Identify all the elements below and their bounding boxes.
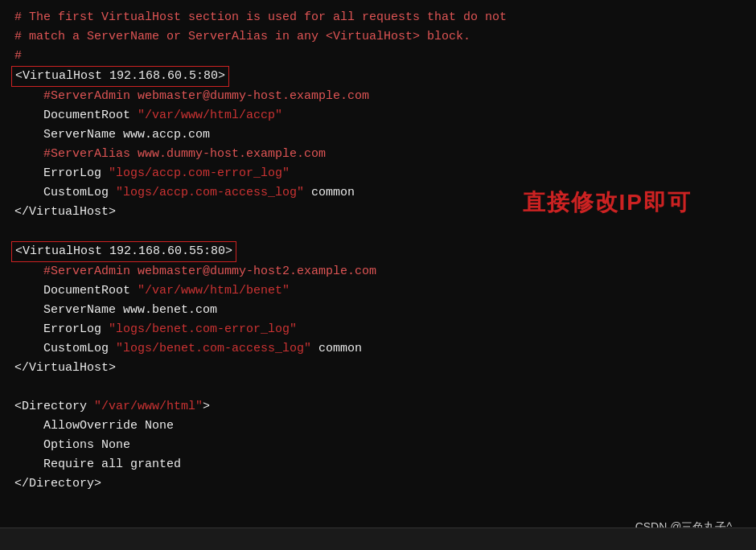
code-line-18: CustomLog "logs/benet.com-access_log" co… bbox=[14, 339, 742, 359]
vhost2-box: <VirtualHost 192.168.60.55:80> bbox=[11, 241, 236, 262]
code-line-8: #ServerAlias www.dummy-host.example.com bbox=[14, 145, 742, 164]
code-docroot1-val: "/var/www/html/accp" bbox=[138, 109, 282, 122]
code-line-22: AllowOverride None bbox=[14, 417, 742, 436]
code-dir-path: "/var/www/html" bbox=[94, 400, 203, 413]
code-line-20 bbox=[14, 378, 742, 397]
code-line-17: ErrorLog "logs/benet.com-error_log" bbox=[14, 320, 742, 339]
bottom-bar bbox=[0, 527, 756, 550]
code-options: Options None bbox=[43, 438, 130, 452]
code-customlog1-common: common bbox=[304, 186, 355, 199]
code-line-19: </VirtualHost> bbox=[14, 359, 742, 378]
code-servername1: ServerName www.accp.com bbox=[43, 128, 210, 142]
code-line-23: Options None bbox=[14, 436, 742, 455]
code-line-4: <VirtualHost 192.168.60.5:80> bbox=[14, 66, 742, 87]
code-docroot2-val: "/var/www/html/benet" bbox=[138, 284, 290, 298]
code-errorlog2-val: "logs/benet.com-error_log" bbox=[109, 322, 297, 336]
code-customlog2-val: "logs/benet.com-access_log" bbox=[116, 342, 311, 355]
code-errorlog1-label: ErrorLog bbox=[43, 166, 109, 180]
code-docroot1-label: DocumentRoot bbox=[43, 109, 138, 122]
code-line-9: ErrorLog "logs/accp.com-error_log" bbox=[14, 164, 742, 183]
code-line-5: #ServerAdmin webmaster@dummy-host.exampl… bbox=[14, 87, 742, 106]
code-serveradmin1: #ServerAdmin webmaster@dummy-host.exampl… bbox=[43, 89, 369, 103]
annotation-text: 直接修改IP即可 bbox=[523, 185, 692, 221]
code-allowoverride: AllowOverride None bbox=[43, 419, 174, 433]
code-line-7: ServerName www.accp.com bbox=[14, 125, 742, 145]
code-line-2: # match a ServerName or ServerAlias in a… bbox=[14, 27, 742, 47]
code-serveradmin2: #ServerAdmin webmaster@dummy-host2.examp… bbox=[43, 265, 376, 278]
code-customlog1-val: "logs/accp.com-access_log" bbox=[116, 186, 304, 199]
code-line-3: # bbox=[14, 47, 742, 66]
code-container: # The first VirtualHost section is used … bbox=[0, 0, 756, 502]
code-dir-close-bracket: > bbox=[203, 400, 210, 413]
code-servername2: ServerName www.benet.com bbox=[43, 303, 217, 317]
code-serveralias1: #ServerAlias www.dummy-host.example.com bbox=[43, 147, 326, 161]
code-line-15: DocumentRoot "/var/www/html/benet" bbox=[14, 281, 742, 301]
code-errorlog2-label: ErrorLog bbox=[43, 322, 109, 336]
code-line-24: Require all granted bbox=[14, 455, 742, 474]
vhost1-box: <VirtualHost 192.168.60.5:80> bbox=[11, 66, 229, 87]
code-customlog2-label: CustomLog bbox=[43, 342, 116, 355]
code-dir-open: <Directory bbox=[14, 400, 94, 413]
code-line-12 bbox=[14, 222, 742, 241]
code-errorlog1-val: "logs/accp.com-error_log" bbox=[109, 166, 290, 180]
code-line-25: </Directory> bbox=[14, 474, 742, 494]
code-require: Require all granted bbox=[43, 458, 181, 471]
code-line-21: <Directory "/var/www/html"> bbox=[14, 397, 742, 417]
code-line-1: # The first VirtualHost section is used … bbox=[14, 8, 742, 27]
code-docroot2-label: DocumentRoot bbox=[43, 284, 138, 298]
code-customlog1-label: CustomLog bbox=[43, 186, 116, 199]
code-line-13: <VirtualHost 192.168.60.55:80> bbox=[14, 241, 742, 262]
code-line-14: #ServerAdmin webmaster@dummy-host2.examp… bbox=[14, 262, 742, 281]
code-line-6: DocumentRoot "/var/www/html/accp" bbox=[14, 106, 742, 125]
code-line-16: ServerName www.benet.com bbox=[14, 301, 742, 320]
code-customlog2-common: common bbox=[311, 342, 362, 355]
